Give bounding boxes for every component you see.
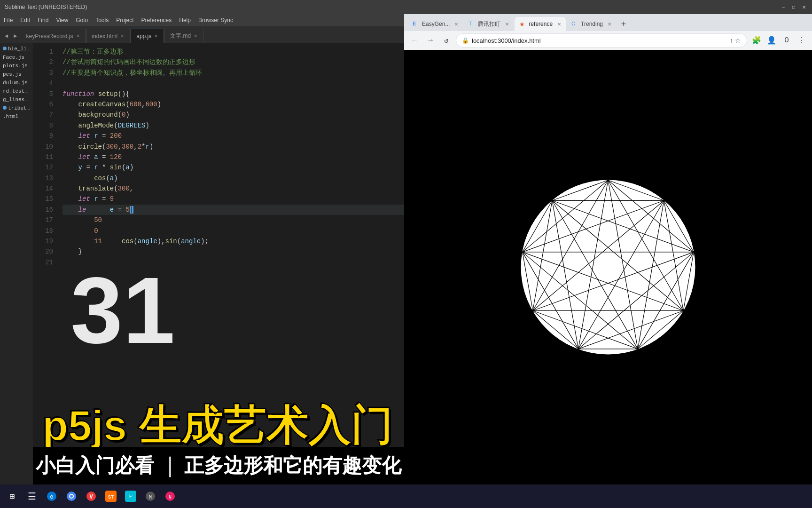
tab-label: 文字.md [170, 32, 191, 40]
code-line-9: let r = 200 [62, 131, 404, 141]
address-bar[interactable]: 🔒 localhost:3000/index.html ↑ ☆ [456, 33, 747, 48]
menu-view[interactable]: View [56, 17, 68, 24]
titlebar-title: Sublime Text (UNREGISTERED) [5, 4, 87, 10]
sidebar-file-tributes[interactable]: tributes [0, 104, 33, 112]
refresh-button[interactable]: ↺ [440, 34, 453, 47]
code-line-11: let a = 120 [62, 152, 404, 162]
extensions-button[interactable]: 🧩 [750, 34, 763, 47]
taskbar-misc2[interactable]: N [162, 488, 179, 505]
sidebar-file-glines[interactable]: g_lines.js [0, 95, 33, 104]
sidebar-file-rdtest[interactable]: rd_test.js [0, 87, 33, 95]
code-line-18: 0 [62, 226, 404, 236]
sidebar-file-dulumjs[interactable]: dulum.js [0, 79, 33, 87]
browser-tab-tencent[interactable]: T 腾讯扣叮 ✕ [464, 17, 514, 31]
browser-tab-label: 腾讯扣叮 [478, 20, 500, 28]
tab-label: keyPressRecord.js [26, 33, 73, 40]
tab-nav-left[interactable]: ◀ [2, 29, 11, 43]
tab-appjs[interactable]: app.js ✕ [130, 29, 164, 43]
menu-file[interactable]: File [4, 17, 13, 24]
tab-indexhtml[interactable]: index.html ✕ [86, 29, 131, 43]
taskbar-chrome[interactable] [63, 488, 80, 505]
forward-button[interactable]: → [424, 34, 437, 47]
menu-find[interactable]: Find [38, 17, 48, 24]
back-button[interactable]: ← [408, 34, 421, 47]
browser-toolbar: ← → ↺ 🔒 localhost:3000/index.html ↑ ☆ 🧩 … [404, 31, 812, 50]
taskbar: ⊞ ☰ e V ST ✂ M N [0, 484, 812, 508]
taskbar-clip[interactable]: ✂ [122, 488, 139, 505]
code-line-14: translate(300, [62, 183, 404, 194]
browser-tab-trending[interactable]: C Trending ✕ [567, 17, 616, 31]
sidebar-file-pesjs[interactable]: pes.js [0, 70, 33, 79]
reference-icon: ★ [519, 21, 526, 27]
menu-preferences[interactable]: Preferences [141, 17, 172, 24]
share-icon: ↑ [730, 37, 733, 44]
sidebar-file-html[interactable]: .html [0, 112, 33, 121]
taskbar-edge[interactable]: e [43, 488, 60, 505]
code-line-2: //尝试用简短的代码画出不同边数的正多边形 [62, 57, 404, 67]
taskbar-misc1[interactable]: M [142, 488, 159, 505]
menu-help[interactable]: Help [179, 17, 191, 24]
svg-text:M: M [149, 495, 152, 500]
browser-tab-label: Trending [581, 21, 603, 27]
menu-browsersync[interactable]: Browser Sync [198, 17, 233, 24]
code-lines: //第三节：正多边形 //尝试用简短的代码画出不同边数的正多边形 //主要是两个… [59, 43, 404, 484]
tab-close-appjs[interactable]: ✕ [154, 33, 158, 39]
window-controls[interactable]: – □ ✕ [780, 4, 807, 10]
code-line-4 [62, 78, 404, 88]
code-editor[interactable]: 1 2 3 4 5 6 7 8 9 10 11 12 13 14 [33, 43, 404, 484]
new-tab-button[interactable]: + [617, 18, 630, 31]
menu-dots-button[interactable]: ⋮ [795, 34, 808, 47]
browser-tab-close-reference[interactable]: ✕ [557, 22, 561, 27]
tab-close-keypressrecord[interactable]: ✕ [76, 33, 80, 39]
tab-nav-right[interactable]: ▶ [11, 29, 20, 43]
browser-right-icons: 🧩 👤 O ⋮ [750, 34, 808, 47]
file-sidebar: ble_life.js Face.js plots.js pes.js dulu… [0, 43, 33, 484]
sidebar-file-plotsjs[interactable]: plots.js [0, 62, 33, 70]
code-line-15: let r = 9 [62, 194, 404, 204]
menu-project[interactable]: Project [116, 17, 133, 24]
code-line-5: function setup(){ [62, 89, 404, 99]
minimize-button[interactable]: – [780, 4, 787, 10]
sidebar-file-blejs[interactable]: ble_life.js [0, 45, 33, 53]
taskbar-windows[interactable]: ⊞ [4, 488, 21, 505]
opera-icon[interactable]: O [780, 34, 793, 47]
browser-tab-close-trending[interactable]: ✕ [608, 22, 611, 27]
menu-edit[interactable]: Edit [20, 17, 30, 24]
editor-body: ble_life.js Face.js plots.js pes.js dulu… [0, 43, 404, 484]
trending-icon: C [571, 21, 578, 27]
svg-point-1 [521, 180, 695, 354]
menubar: File Edit Find View Goto Tools Project P… [0, 14, 404, 26]
taskbar-vivaldi[interactable]: V [83, 488, 100, 505]
svg-point-42 [70, 495, 73, 498]
tab-wenzi[interactable]: 文字.md ✕ [164, 29, 203, 43]
maximize-button[interactable]: □ [790, 4, 797, 10]
tab-keypressrecord[interactable]: keyPressRecord.js ✕ [20, 29, 86, 43]
browser-chrome: E EasyGen... ✕ T 腾讯扣叮 ✕ ★ reference ✕ C … [404, 14, 812, 50]
browser-tabbar: E EasyGen... ✕ T 腾讯扣叮 ✕ ★ reference ✕ C … [404, 14, 812, 31]
code-line-20: } [62, 246, 404, 257]
tab-close-wenzi[interactable]: ✕ [194, 33, 197, 39]
code-line-16: le e = 5| [62, 205, 404, 215]
code-line-6: createCanvas(600,600) [62, 99, 404, 110]
svg-text:N: N [169, 495, 172, 500]
browser-tab-close-easygen[interactable]: ✕ [454, 22, 458, 27]
address-icons: ↑ ☆ [730, 37, 741, 44]
browser-tab-close-tencent[interactable]: ✕ [505, 22, 509, 27]
menu-goto[interactable]: Goto [76, 17, 88, 24]
tab-close-indexhtml[interactable]: ✕ [120, 33, 124, 39]
profile-button[interactable]: 👤 [765, 34, 778, 47]
browser-tab-reference[interactable]: ★ reference ✕ [515, 17, 566, 31]
browser-tab-easygen[interactable]: E EasyGen... ✕ [408, 17, 463, 31]
tabbar: ◀ ▶ keyPressRecord.js ✕ index.html ✕ app… [0, 26, 404, 43]
taskbar-sublime[interactable]: ST [102, 488, 119, 505]
taskbar-search[interactable]: ☰ [23, 488, 40, 505]
browser-tab-label: reference [529, 21, 553, 27]
browser-tab-label: EasyGen... [422, 21, 450, 27]
tencent-icon: T [468, 21, 475, 27]
code-line-1: //第三节：正多边形 [62, 47, 404, 57]
menu-tools[interactable]: Tools [95, 17, 109, 24]
close-button[interactable]: ✕ [801, 4, 807, 10]
svg-text:e: e [50, 494, 53, 500]
sidebar-file-facejs[interactable]: Face.js [0, 53, 33, 62]
code-line-10: circle(300,300,2*r) [62, 142, 404, 152]
